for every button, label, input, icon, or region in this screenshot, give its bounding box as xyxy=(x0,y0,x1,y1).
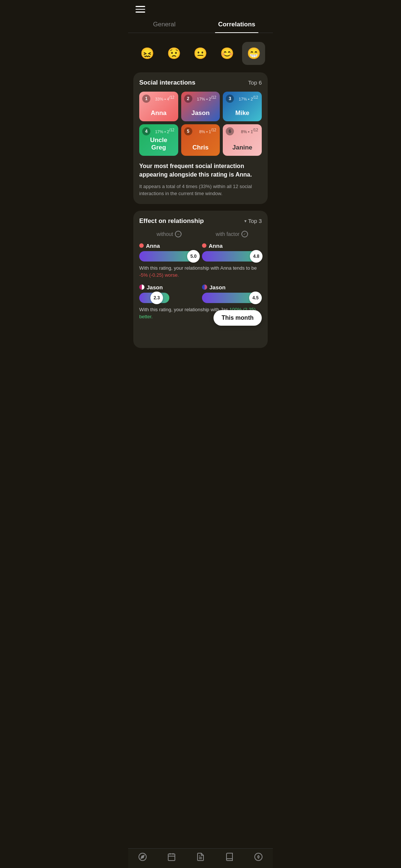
anna-highlight: -5% (-0.25) worse. xyxy=(139,272,179,278)
social-item-jason[interactable]: 2 17% • 2/12 Jason xyxy=(181,92,220,121)
emoji-neutral[interactable]: 😐 xyxy=(189,42,212,65)
emoji-very-bad[interactable]: 😖 xyxy=(136,42,159,65)
social-item-mike[interactable]: 3 17% • 2/12 Mike xyxy=(223,92,262,121)
anna-label-left: Anna xyxy=(146,243,160,249)
social-item-janine[interactable]: 6 8% • 1/12 Janine xyxy=(223,124,262,156)
col-header-with: with factor ✓ xyxy=(202,231,262,237)
emoji-bad[interactable]: 😟 xyxy=(162,42,185,65)
anna-label-right: Anna xyxy=(209,243,223,249)
check-icon: ✓ xyxy=(241,231,248,237)
effect-person-anna: Anna Anna 5.0 4.8 With this rating, your… xyxy=(139,243,262,279)
anna-effect-desc: With this rating, your relationship with… xyxy=(139,264,262,279)
effect-card: Effect on relationship ▾ Top 3 without –… xyxy=(133,211,268,348)
social-item-uncle-greg[interactable]: 4 17% • 2/12 Uncle Greg xyxy=(139,124,178,156)
social-card-title: Social interactions xyxy=(139,79,195,86)
emoji-selector: 😖 😟 😐 😊 😁 xyxy=(128,39,273,72)
social-sub-description: It appears a total of 4 times (33%) with… xyxy=(139,183,262,197)
anna-score-with: 4.8 xyxy=(250,250,263,263)
menu-button[interactable] xyxy=(136,6,145,13)
emoji-great[interactable]: 😁 xyxy=(242,42,265,65)
dot-anna-left xyxy=(139,243,144,248)
emoji-good[interactable]: 😊 xyxy=(216,42,239,65)
anna-bar-without: 5.0 xyxy=(139,251,199,262)
jason-label-left: Jason xyxy=(147,284,163,290)
tab-correlations[interactable]: Correlations xyxy=(200,16,273,33)
this-month-badge[interactable]: This month xyxy=(213,310,262,326)
jason-bar-without: 2.3 xyxy=(139,293,199,303)
jason-score-without: 2.3 xyxy=(150,292,163,304)
social-interactions-card: Social interactions Top 6 1 33% • 4/12 A… xyxy=(133,72,268,204)
social-item-chris[interactable]: 5 8% • 1/12 Chris xyxy=(181,124,220,156)
dot-jason-left xyxy=(139,285,144,290)
social-top-label: Top 6 xyxy=(248,79,262,86)
tabs-bar: General Correlations xyxy=(128,16,273,33)
jason-bar-with: 4.5 xyxy=(202,293,262,303)
effect-card-title: Effect on relationship xyxy=(139,217,204,225)
jason-label-right: Jason xyxy=(209,284,225,290)
social-grid: 1 33% • 4/12 Anna 2 17% • 2/12 Jason 3 1… xyxy=(139,92,262,156)
social-description: Your most frequent social interaction ap… xyxy=(139,162,262,179)
effect-top-label: Top 3 xyxy=(248,218,262,224)
chevron-down-icon: ▾ xyxy=(244,218,247,224)
jason-score-with: 4.5 xyxy=(249,292,262,304)
anna-bar-with: 4.8 xyxy=(202,251,262,262)
col-header-without: without – xyxy=(139,231,199,237)
social-item-anna[interactable]: 1 33% • 4/12 Anna xyxy=(139,92,178,121)
tab-general[interactable]: General xyxy=(128,16,200,33)
anna-score-without: 5.0 xyxy=(187,250,200,263)
minus-icon: – xyxy=(175,231,182,237)
dot-anna-right xyxy=(202,243,206,248)
dot-jason-right xyxy=(202,285,207,290)
